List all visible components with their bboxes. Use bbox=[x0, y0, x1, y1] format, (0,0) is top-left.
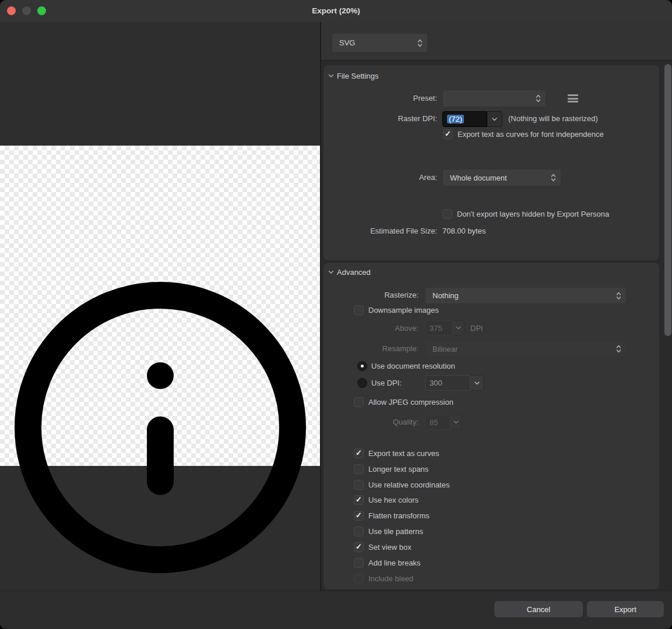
option-checkbox[interactable] bbox=[354, 511, 364, 521]
export-text-curves-label: Export text as curves for font independe… bbox=[458, 130, 604, 139]
raster-dpi-value: (72) bbox=[447, 115, 464, 123]
advanced-header[interactable]: Advanced bbox=[337, 268, 371, 277]
down-chevron-icon bbox=[456, 326, 461, 330]
area-label: Area: bbox=[350, 173, 437, 182]
use-doc-resolution-radio[interactable] bbox=[357, 361, 367, 371]
option-checkbox[interactable] bbox=[354, 464, 364, 474]
raster-dpi-label: Raster DPI: bbox=[350, 114, 437, 123]
resample-dropdown[interactable]: Bilinear bbox=[425, 341, 627, 357]
format-value: SVG bbox=[339, 38, 355, 47]
use-doc-resolution-label: Use document resolution bbox=[371, 362, 455, 371]
down-chevron-icon bbox=[474, 381, 480, 385]
option-checkbox[interactable] bbox=[354, 480, 364, 490]
downsample-label: Downsample images bbox=[368, 306, 439, 315]
rasterize-dropdown[interactable]: Nothing bbox=[425, 287, 627, 304]
option-label: Use tile patterns bbox=[368, 527, 423, 536]
dont-export-hidden-checkbox[interactable] bbox=[442, 209, 452, 219]
jpeg-compression-label: Allow JPEG compression bbox=[368, 398, 453, 407]
use-dpi-field[interactable]: 300 bbox=[425, 375, 470, 391]
option-label: Include bleed bbox=[368, 574, 413, 584]
option-label: Use relative coordinates bbox=[368, 480, 449, 490]
area-dropdown[interactable]: Whole document bbox=[442, 169, 561, 186]
area-value: Whole document bbox=[450, 174, 507, 182]
cancel-button[interactable]: Cancel bbox=[494, 601, 583, 617]
resample-label: Resample: bbox=[349, 344, 418, 354]
above-value: 375 bbox=[430, 324, 442, 333]
updown-chevron-icon bbox=[616, 345, 621, 354]
option-checkbox[interactable] bbox=[354, 448, 364, 458]
export-text-curves-checkbox[interactable] bbox=[443, 129, 453, 139]
option-label: Add line breaks bbox=[368, 559, 421, 568]
option-checkbox[interactable] bbox=[354, 542, 364, 552]
option-label: Flatten transforms bbox=[368, 511, 430, 521]
estimated-size-label: Estimated File Size: bbox=[350, 227, 437, 236]
option-label: Longer text spans bbox=[368, 465, 428, 474]
above-label: Above: bbox=[349, 324, 418, 333]
format-dropdown[interactable]: SVG bbox=[332, 33, 428, 52]
raster-dpi-dropdown-button[interactable] bbox=[487, 111, 502, 127]
preset-dropdown[interactable] bbox=[442, 90, 546, 107]
raster-dpi-note: (Nothing will be rasterized) bbox=[508, 114, 598, 123]
option-label: Export text as curves bbox=[368, 449, 439, 458]
rasterize-label: Rasterize: bbox=[349, 291, 418, 300]
down-chevron-icon bbox=[453, 420, 459, 424]
file-settings-header[interactable]: File Settings bbox=[337, 72, 379, 80]
jpeg-compression-checkbox[interactable] bbox=[354, 397, 364, 407]
dialog-footer: Cancel Export bbox=[0, 591, 672, 629]
down-chevron-icon bbox=[492, 118, 497, 121]
section-chevron-icon[interactable] bbox=[328, 270, 334, 274]
raster-dpi-field[interactable]: (72) bbox=[442, 111, 487, 127]
format-bar: SVG bbox=[321, 22, 672, 61]
updown-chevron-icon bbox=[616, 291, 621, 300]
export-button[interactable]: Export bbox=[587, 601, 664, 617]
option-checkbox[interactable] bbox=[354, 526, 364, 536]
preset-menu-icon[interactable] bbox=[568, 94, 578, 103]
option-checkbox[interactable] bbox=[354, 495, 364, 505]
scrollbar-thumb[interactable] bbox=[664, 64, 671, 336]
resample-value: Bilinear bbox=[432, 345, 458, 354]
use-dpi-radio[interactable] bbox=[357, 378, 367, 388]
quality-field[interactable]: 85 bbox=[425, 415, 451, 430]
use-dpi-dropdown-button[interactable] bbox=[470, 375, 484, 391]
option-checkbox[interactable] bbox=[354, 558, 364, 568]
option-label: Set view box bbox=[368, 543, 411, 552]
export-dialog: Export (20%) SVG File Settings Preset: bbox=[0, 0, 672, 629]
updown-chevron-icon bbox=[551, 174, 556, 182]
option-label: Use hex colors bbox=[368, 496, 418, 505]
quality-value: 85 bbox=[430, 418, 438, 427]
use-dpi-label: Use DPI: bbox=[371, 379, 402, 388]
estimated-size-value: 708.00 bytes bbox=[442, 227, 485, 236]
dont-export-hidden-label: Don't export layers hidden by Export Per… bbox=[457, 210, 609, 219]
use-dpi-value: 300 bbox=[430, 379, 442, 387]
transparency-checkerboard bbox=[0, 146, 320, 466]
updown-chevron-icon bbox=[417, 38, 423, 47]
updown-chevron-icon bbox=[536, 94, 541, 103]
option-checkbox[interactable] bbox=[354, 574, 364, 584]
above-unit: DPI bbox=[470, 324, 483, 333]
above-dropdown-button[interactable] bbox=[453, 320, 465, 335]
export-preview bbox=[0, 22, 320, 591]
above-field[interactable]: 375 bbox=[425, 320, 453, 335]
info-icon bbox=[15, 282, 306, 573]
export-settings-panel: SVG File Settings Preset: Raster DPI: (7… bbox=[320, 22, 672, 591]
titlebar: Export (20%) bbox=[0, 0, 672, 22]
downsample-checkbox[interactable] bbox=[354, 305, 364, 315]
rasterize-value: Nothing bbox=[432, 291, 459, 300]
quality-dropdown-button[interactable] bbox=[451, 415, 462, 430]
quality-label: Quality: bbox=[349, 418, 418, 427]
preset-label: Preset: bbox=[350, 94, 437, 103]
section-chevron-icon[interactable] bbox=[328, 74, 334, 78]
window-title: Export (20%) bbox=[0, 0, 672, 22]
